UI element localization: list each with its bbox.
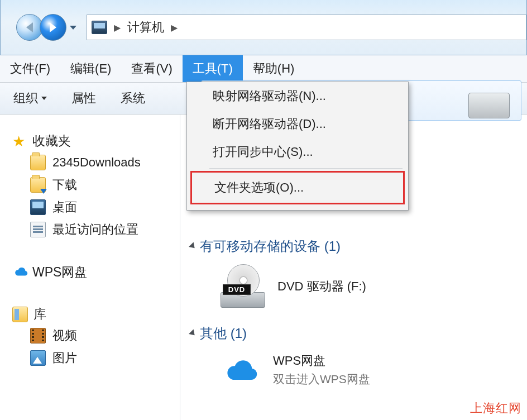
section-title: 有可移动存储的设备 (1)	[200, 237, 341, 255]
item-label: DVD 驱动器 (F:)	[277, 278, 366, 295]
arrow-left-icon	[26, 22, 33, 32]
desktop-icon	[30, 199, 46, 215]
menu-edit[interactable]: 编辑(E)	[60, 55, 121, 82]
address-bar: ▶ 计算机 ▶	[0, 0, 527, 55]
sidebar-label: WPS网盘	[32, 264, 87, 281]
menu-disconnect-network-drive[interactable]: 断开网络驱动器(D)...	[187, 110, 408, 138]
toolbar-organize[interactable]: 组织	[13, 90, 47, 107]
menu-bar: 文件(F) 编辑(E) 查看(V) 工具(T) 帮助(H)	[0, 55, 527, 83]
menu-open-sync-center[interactable]: 打开同步中心(S)...	[187, 138, 408, 166]
sidebar-item-recent[interactable]: 最近访问的位置	[30, 220, 180, 239]
item-wps-cloud[interactable]: WPS网盘 双击进入WPS网盘	[221, 352, 527, 387]
sidebar-group-libraries[interactable]: 库	[12, 306, 180, 323]
collapse-triangle-icon	[189, 330, 197, 338]
breadcrumb[interactable]: ▶ 计算机 ▶	[87, 15, 526, 40]
section-other: 其他 (1) WPS网盘 双击进入WPS网盘	[190, 324, 527, 387]
sidebar-item-2345downloads[interactable]: 2345Downloads	[30, 153, 180, 172]
dvd-drive-icon: DVD	[221, 265, 265, 308]
menu-folder-options[interactable]: 文件夹选项(O)...	[190, 171, 405, 204]
watermark: 上海红网	[470, 400, 521, 417]
nav-buttons	[16, 14, 63, 41]
sidebar-label: 最近访问的位置	[52, 220, 138, 239]
computer-icon	[92, 21, 107, 34]
toolbar-label: 系统	[121, 90, 145, 107]
toolbar-label: 属性	[71, 90, 96, 107]
sidebar-item-desktop[interactable]: 桌面	[30, 198, 180, 217]
menu-file[interactable]: 文件(F)	[0, 55, 60, 82]
section-title: 其他 (1)	[200, 324, 247, 342]
sidebar-group-favorites[interactable]: ★ 收藏夹	[12, 132, 180, 150]
item-dvd-drive[interactable]: DVD DVD 驱动器 (F:)	[221, 265, 527, 308]
sidebar-label: 下载	[52, 175, 77, 194]
sidebar-label: 图片	[52, 349, 77, 367]
toolbar-system[interactable]: 系统	[121, 90, 145, 107]
star-icon: ★	[12, 134, 27, 149]
breadcrumb-sep-icon: ▶	[170, 22, 179, 33]
sidebar-item-downloads[interactable]: 下载	[30, 175, 180, 194]
sidebar-label: 收藏夹	[32, 132, 71, 150]
picture-icon	[30, 350, 46, 366]
library-icon	[12, 307, 28, 322]
cloud-icon	[12, 265, 27, 280]
sidebar-label: 2345Downloads	[52, 153, 141, 172]
sidebar-label: 库	[33, 306, 46, 323]
toolbar-label: 组织	[13, 90, 38, 107]
sidebar-label: 视频	[52, 326, 77, 345]
caret-down-icon	[41, 97, 47, 100]
folder-icon	[30, 155, 46, 170]
menu-separator	[209, 168, 403, 169]
menu-map-network-drive[interactable]: 映射网络驱动器(N)...	[187, 82, 408, 110]
video-icon	[30, 328, 46, 343]
sidebar-item-video[interactable]: 视频	[30, 326, 180, 345]
item-sublabel: 双击进入WPS网盘	[273, 371, 370, 387]
section-header[interactable]: 有可移动存储的设备 (1)	[190, 237, 527, 255]
toolbar-properties[interactable]: 属性	[71, 90, 96, 107]
downloads-folder-icon	[30, 177, 46, 193]
item-text: WPS网盘 双击进入WPS网盘	[273, 352, 370, 387]
menu-help[interactable]: 帮助(H)	[243, 55, 305, 82]
back-button[interactable]	[16, 14, 43, 41]
menu-tools[interactable]: 工具(T)	[183, 55, 243, 82]
history-dropdown-icon[interactable]	[70, 26, 76, 30]
section-removable: 有可移动存储的设备 (1) DVD DVD 驱动器 (F:)	[190, 237, 527, 308]
cloud-icon	[221, 355, 261, 385]
section-header[interactable]: 其他 (1)	[190, 324, 527, 342]
sidebar: ★ 收藏夹 2345Downloads 下载 桌面 最近访问的位置 WPS网盘	[0, 114, 180, 420]
item-label: WPS网盘	[273, 352, 370, 369]
recent-places-icon	[30, 222, 46, 237]
sidebar-label: 桌面	[52, 198, 77, 217]
sidebar-group-wps[interactable]: WPS网盘	[12, 264, 180, 281]
dvd-badge: DVD	[223, 284, 251, 295]
arrow-right-icon	[50, 22, 56, 32]
hdd-icon	[468, 83, 510, 118]
collapse-triangle-icon	[189, 242, 197, 251]
breadcrumb-sep-icon: ▶	[113, 22, 122, 33]
tools-dropdown: 映射网络驱动器(N)... 断开网络驱动器(D)... 打开同步中心(S)...…	[186, 82, 409, 211]
menu-view[interactable]: 查看(V)	[121, 55, 182, 82]
breadcrumb-item[interactable]: 计算机	[127, 19, 164, 36]
sidebar-item-pictures[interactable]: 图片	[30, 349, 180, 367]
forward-button[interactable]	[40, 14, 66, 41]
